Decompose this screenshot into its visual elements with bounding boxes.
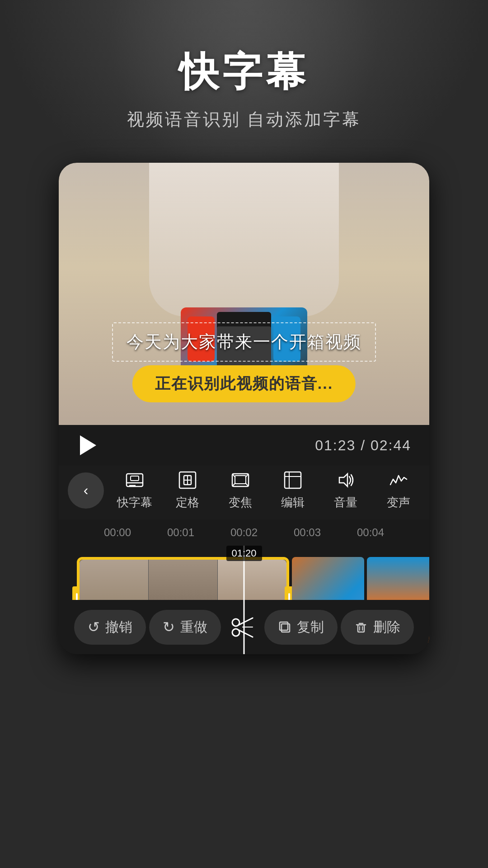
delete-button[interactable]: 删除 (341, 610, 414, 645)
volume-icon (336, 470, 356, 490)
tool-voice-label: 变声 (387, 495, 410, 510)
tool-caption[interactable]: 快字幕 (112, 470, 157, 510)
copy-button[interactable]: 复制 (264, 610, 338, 645)
tool-caption-label: 快字幕 (117, 495, 152, 510)
tool-volume[interactable]: 音量 (323, 470, 368, 510)
svg-rect-3 (131, 476, 139, 481)
sub-title: 视频语音识别 自动添加字幕 (0, 108, 488, 131)
recognition-text: 正在识别此视频的语音... (155, 373, 333, 394)
svg-rect-9 (235, 476, 246, 484)
tool-zoom[interactable]: 变焦 (218, 470, 263, 510)
copy-label: 复制 (297, 618, 324, 637)
voice-icon (389, 470, 408, 490)
svg-rect-20 (280, 622, 288, 630)
copy-icon (278, 620, 291, 634)
cut-button[interactable] (225, 609, 261, 645)
svg-line-16 (239, 618, 253, 625)
back-button[interactable]: ‹ (68, 472, 104, 509)
chevron-left-icon: ‹ (84, 482, 89, 499)
svg-point-15 (232, 629, 239, 636)
tool-edit-label: 编辑 (281, 495, 305, 510)
video-area: 今天为大家带来一个开箱视频 正在识别此视频的语音... (59, 163, 429, 425)
time-mark-0: 00:00 (104, 526, 131, 539)
svg-point-14 (232, 619, 239, 626)
time-mark-3: 00:03 (294, 526, 321, 539)
timeline-section: 00:00 00:01 00:02 00:03 00:04 (59, 519, 429, 546)
recognition-badge[interactable]: 正在识别此视频的语音... (132, 365, 356, 402)
time-mark-2: 00:02 (230, 526, 258, 539)
play-icon (80, 435, 96, 455)
time-sep: / (356, 437, 371, 453)
time-display: 01:23 / 02:44 (315, 437, 411, 454)
edit-icon (283, 470, 303, 490)
time-mark-4: 00:04 (357, 526, 384, 539)
redo-icon: ↻ (163, 618, 175, 636)
title-section: 快字幕 视频语音识别 自动添加字幕 (0, 45, 488, 131)
caption-icon (125, 470, 145, 490)
svg-line-17 (239, 630, 253, 637)
time-ruler: 00:00 00:01 00:02 00:03 00:04 (59, 526, 429, 543)
freeze-icon (178, 470, 197, 490)
current-time: 01:23 (315, 437, 356, 453)
redo-label: 重做 (180, 618, 207, 637)
redo-button[interactable]: ↻ 重做 (149, 610, 221, 645)
main-title: 快字幕 (0, 45, 488, 99)
svg-rect-19 (282, 624, 290, 632)
play-button[interactable] (77, 434, 99, 457)
tool-freeze[interactable]: 定格 (165, 470, 210, 510)
svg-rect-21 (358, 625, 364, 632)
tool-edit[interactable]: 编辑 (270, 470, 315, 510)
tool-bar: ‹ 快字幕 定格 (59, 466, 429, 519)
undo-button[interactable]: ↺ 撤销 (74, 610, 146, 645)
undo-icon: ↺ (88, 618, 100, 636)
timeline-cursor-badge: 01:20 (226, 546, 262, 561)
scissors-icon (229, 613, 256, 641)
tool-voice[interactable]: 变声 (376, 470, 421, 510)
phone-mockup: 今天为大家带来一个开箱视频 正在识别此视频的语音... 01:23 / 02:4… (59, 163, 429, 654)
total-time: 02:44 (371, 437, 411, 453)
tools-list: 快字幕 定格 (104, 470, 429, 510)
delete-label: 删除 (373, 618, 400, 637)
person-figure (149, 163, 339, 316)
time-mark-1: 00:01 (167, 526, 194, 539)
tool-freeze-label: 定格 (176, 495, 199, 510)
tool-volume-label: 音量 (334, 495, 357, 510)
zoom-icon (230, 470, 250, 490)
svg-rect-10 (285, 472, 301, 488)
controls-bar: 01:23 / 02:44 (59, 425, 429, 466)
timeline-cursor: 01:20 (244, 546, 245, 654)
tool-zoom-label: 变焦 (229, 495, 252, 510)
undo-label: 撤销 (105, 618, 132, 637)
subtitle-overlay: 今天为大家带来一个开箱视频 (112, 322, 376, 362)
svg-marker-13 (339, 474, 347, 486)
subtitle-text: 今天为大家带来一个开箱视频 (127, 330, 361, 354)
delete-icon (354, 620, 368, 634)
